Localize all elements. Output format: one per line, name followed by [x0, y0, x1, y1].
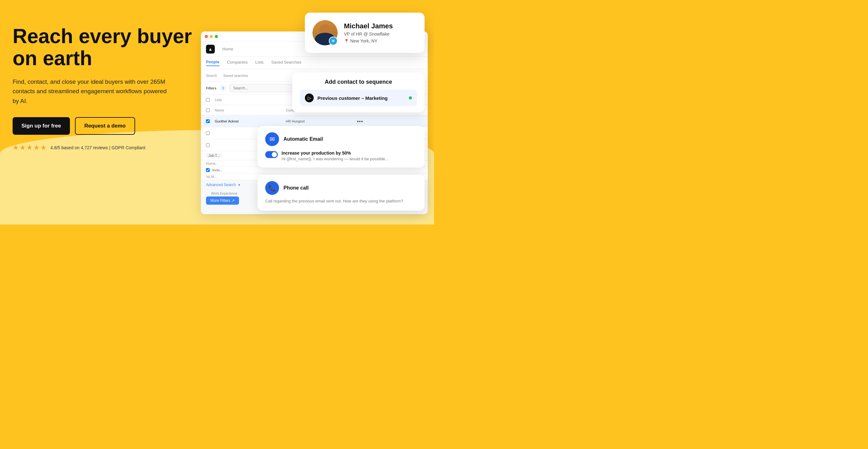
row-checkbox[interactable]	[206, 119, 210, 123]
sequence-title: Add contact to sequence	[300, 79, 417, 85]
profile-name: Michael James	[344, 22, 417, 30]
snowflake-badge: ❄	[329, 36, 338, 45]
page: Reach every buyer on earth Find, contact…	[0, 0, 434, 224]
row-checkbox-3[interactable]	[206, 143, 210, 147]
filter-count: 3	[220, 86, 226, 91]
cta-buttons: Sign up for free Request a demo	[12, 117, 208, 135]
sequence-card: Add contact to sequence ▷ Previous custo…	[292, 72, 425, 113]
cell-name: Gunther Ackner	[215, 119, 281, 123]
toggle-thumb	[272, 152, 277, 157]
work-experience-label: Work Experience	[206, 190, 243, 196]
close-dot	[205, 35, 208, 38]
row-checkbox-2[interactable]	[206, 131, 210, 135]
signup-button[interactable]: Sign up for free	[12, 117, 70, 135]
phone-card: 📞 Phone call Call regarding the previous…	[258, 175, 425, 211]
sequence-icon: ▷	[305, 94, 314, 102]
external-link-icon: ↗	[231, 198, 235, 203]
logo: ▲	[206, 45, 215, 54]
include-label: Inclu...	[212, 168, 222, 172]
demo-button[interactable]: Request a demo	[75, 117, 135, 135]
email-header: ✉ Automatic Email	[265, 132, 417, 146]
app-tabs: People Companies Lists Saved Searches	[201, 57, 428, 69]
select-all-checkbox[interactable]	[206, 98, 210, 102]
review-text: 4.8/5 based on 4,727 reviews | GDPR Comp…	[51, 145, 146, 150]
email-content: Increase your production by 50% Hi {{fir…	[282, 151, 417, 161]
include-checkbox[interactable]	[206, 168, 210, 172]
profile-location: 📍 New York, NY	[344, 38, 417, 43]
chevron-down-icon: ▼	[238, 183, 241, 187]
tab-lists[interactable]: Lists	[255, 60, 264, 66]
phone-icon: 📞	[265, 181, 279, 195]
ui-mockup: ▲ Home People Companies Lists Saved Sear…	[195, 0, 434, 224]
vp-label: Vp M...	[206, 175, 217, 179]
th-name: Name	[215, 108, 281, 112]
profile-title: VP of HR @ Snowflake	[344, 31, 417, 36]
cell-company: HR Hungsot	[286, 119, 351, 123]
phone-description: Call regarding the previous email sent o…	[265, 198, 417, 204]
maximize-dot	[215, 35, 218, 38]
star-rating: ★★★★★	[12, 143, 47, 152]
sequence-name: Previous customer – Marketing	[317, 95, 405, 101]
phone-header: 📞 Phone call	[265, 181, 417, 195]
header-checkbox[interactable]	[206, 108, 210, 112]
phone-label: Phone call	[283, 185, 309, 191]
human-label: Huma...	[206, 162, 218, 165]
table-row[interactable]: Gunther Ackner HR Hungsot ●●●	[201, 115, 428, 127]
reviews: ★★★★★ 4.8/5 based on 4,727 reviews | GDP…	[12, 143, 208, 152]
lists-label: Lists	[215, 98, 222, 102]
profile-card: ❄ Michael James VP of HR @ Snowflake 📍 N…	[305, 12, 425, 53]
left-content: Reach every buyer on earth Find, contact…	[12, 25, 208, 152]
search-label: Search	[206, 74, 217, 77]
job-title-filter[interactable]: Job T...	[206, 153, 222, 158]
sequence-item[interactable]: ▷ Previous customer – Marketing	[300, 90, 417, 106]
active-status-dot	[409, 96, 412, 99]
email-card: ✉ Automatic Email Increase your producti…	[258, 126, 425, 167]
advanced-search-label[interactable]: Advanced Search	[206, 183, 236, 187]
nav-home[interactable]: Home	[222, 46, 234, 51]
email-toggle-row: Increase your production by 50% Hi {{fir…	[265, 151, 417, 161]
tab-people[interactable]: People	[206, 60, 219, 66]
email-subject: Increase your production by 50%	[282, 151, 417, 156]
email-preview: Hi {{first_name}}, I was wondering — wou…	[282, 157, 417, 161]
saved-searches-label: Saved searches	[223, 74, 248, 77]
minimize-dot	[210, 35, 213, 38]
headline: Reach every buyer on earth	[12, 25, 208, 70]
cell-extra: ●●●	[357, 119, 423, 123]
filters-label: Filters	[206, 86, 216, 90]
tab-companies[interactable]: Companies	[227, 60, 248, 66]
tab-saved-searches[interactable]: Saved Searches	[271, 60, 301, 66]
email-label: Automatic Email	[283, 136, 323, 142]
profile-info: Michael James VP of HR @ Snowflake 📍 New…	[344, 22, 417, 43]
location-icon: 📍	[344, 39, 349, 43]
subheadline: Find, contact, and close your ideal buye…	[12, 77, 170, 106]
more-filters-button[interactable]: More Filters ↗	[206, 196, 239, 205]
avatar-wrap: ❄	[312, 20, 338, 45]
email-icon: ✉	[265, 132, 279, 146]
email-toggle[interactable]	[265, 151, 278, 158]
